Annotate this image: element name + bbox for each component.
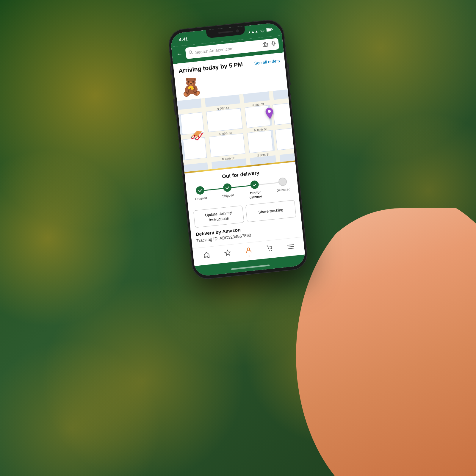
step-label-delivered: Delivered [276,187,291,192]
home-bar [231,265,270,270]
back-button[interactable]: ← [176,50,183,58]
see-all-orders-link[interactable]: See all orders [254,58,280,65]
step-ordered: Ordered [194,186,207,201]
svg-line-16 [288,247,294,247]
delivery-map[interactable]: N 90th St N 90th St N 89th St N 89th St … [177,89,295,172]
svg-line-9 [273,46,275,46]
home-icon [203,251,211,260]
search-input[interactable]: Search Amazon.com [195,43,260,55]
svg-line-17 [288,248,294,249]
mic-icon[interactable] [271,41,276,48]
wifi-icon [260,28,265,33]
main-content: Arriving today by 5 PM See all orders 🧸 [173,52,303,248]
step-label-out-for-delivery: Out fordelivery [249,190,262,200]
cart-icon [266,245,273,254]
svg-point-13 [269,250,270,251]
svg-point-12 [247,248,250,250]
delivery-vehicle-icon: 🛷 [189,128,204,143]
menu-icon [287,243,295,251]
nav-menu[interactable] [283,240,299,254]
nav-home[interactable] [199,249,215,263]
share-tracking-button[interactable]: Share tracking [245,200,296,222]
account-icon [245,246,252,255]
svg-rect-2 [272,29,273,30]
nav-account[interactable] [241,244,257,260]
discover-icon [224,249,231,258]
update-delivery-instructions-button[interactable]: Update deliveryinstructions [193,205,244,228]
svg-point-6 [264,44,266,46]
step-out-for-delivery: Out fordelivery [248,180,262,200]
step-circle-out-for-delivery [250,180,259,189]
signal-icon: ▲▲▲ [248,29,259,35]
svg-line-4 [192,53,193,54]
step-shipped: Shipped [221,183,234,198]
status-time: 4:41 [178,36,188,42]
svg-marker-11 [225,250,231,256]
svg-rect-1 [267,28,271,31]
product-image: 🧸 [179,75,202,98]
step-circle-ordered [195,186,205,195]
svg-line-15 [287,245,293,245]
svg-rect-7 [273,41,275,44]
svg-point-14 [271,250,272,251]
nav-cart[interactable] [262,242,278,257]
status-icons: ▲▲▲ [248,27,273,35]
battery-icon [266,27,273,32]
step-label-shipped: Shipped [222,193,234,198]
step-circle-delivered [278,177,287,187]
step-label-ordered: Ordered [195,196,207,201]
step-delivered: Delivered [275,177,290,193]
delivery-card: Out for delivery Ordered [184,160,303,248]
search-icon [188,50,193,56]
delivery-pin [265,107,275,122]
camera-search-icon[interactable] [262,42,268,48]
progress-line-bg [200,182,284,191]
step-circle-shipped [223,183,232,192]
svg-rect-5 [263,43,268,47]
nav-discover[interactable] [220,246,236,261]
